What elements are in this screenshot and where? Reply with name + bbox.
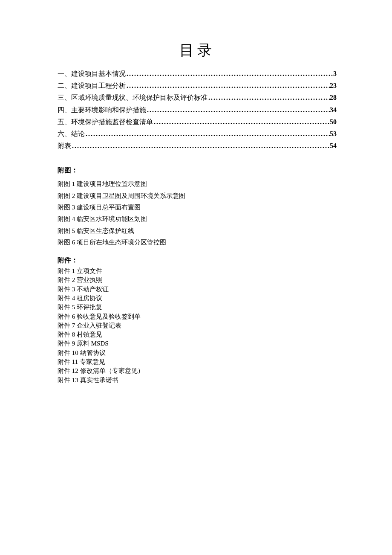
figures-list: 附图 1 建设项目地理位置示意图 附图 2 建设项目卫星图及周围环境关系示意图 … — [58, 178, 337, 248]
page-title: 目录 — [58, 41, 337, 60]
list-item: 附件 7 企业入驻登记表 — [58, 321, 337, 330]
toc-page: 28 — [330, 92, 337, 103]
toc-item: 二、建设项目工程分析 23 — [58, 80, 337, 91]
toc-item: 五、环境保护措施监督检查清单 50 — [58, 116, 337, 128]
toc-item: 一、建设项目基本情况 3 — [58, 68, 337, 79]
attachments-list: 附件 1 立项文件 附件 2 营业执照 附件 3 不动产权证 附件 4 租房协议… — [58, 267, 337, 385]
toc-item: 三、区域环境质量现状、环境保护目标及评价标准 28 — [58, 92, 337, 103]
list-item: 附图 3 建设项目总平面布置图 — [58, 202, 337, 213]
toc-dots — [85, 128, 330, 139]
figures-heading: 附图： — [58, 166, 337, 175]
toc-list: 一、建设项目基本情况 3 二、建设项目工程分析 23 三、区域环境质量现状、环境… — [58, 68, 337, 151]
toc-page: 50 — [330, 116, 337, 128]
toc-page: 3 — [333, 68, 337, 79]
list-item: 附图 2 建设项目卫星图及周围环境关系示意图 — [58, 190, 337, 202]
toc-label: 四、主要环境影响和保护措施 — [58, 104, 146, 116]
toc-label: 一、建设项目基本情况 — [58, 68, 126, 79]
toc-page: 53 — [330, 128, 337, 139]
list-item: 附件 10 纳管协议 — [58, 349, 337, 357]
list-item: 附件 2 营业执照 — [58, 276, 337, 285]
list-item: 附件 3 不动产权证 — [58, 285, 337, 294]
toc-dots — [126, 80, 330, 91]
list-item: 附件 5 环评批复 — [58, 303, 337, 312]
list-item: 附图 1 建设项目地理位置示意图 — [58, 178, 337, 190]
list-item: 附图 5 临安区生态保护红线 — [58, 225, 337, 237]
toc-page: 34 — [330, 104, 337, 116]
toc-item: 附表 54 — [58, 140, 337, 151]
toc-dots — [71, 140, 330, 151]
list-item: 附图 4 临安区水环境功能区划图 — [58, 213, 337, 225]
toc-page: 23 — [330, 80, 337, 91]
toc-page: 54 — [330, 140, 337, 151]
list-item: 附件 4 租房协议 — [58, 294, 337, 303]
toc-label: 六、结论 — [58, 128, 85, 139]
toc-label: 附表 — [58, 140, 71, 151]
list-item: 附件 9 原料 MSDS — [58, 339, 337, 348]
list-item: 附件 13 真实性承诺书 — [58, 376, 337, 385]
list-item: 附件 8 村镇意见 — [58, 330, 337, 339]
toc-label: 三、区域环境质量现状、环境保护目标及评价标准 — [58, 92, 208, 103]
list-item: 附件 6 验收意见及验收签到单 — [58, 312, 337, 321]
toc-dots — [153, 116, 330, 128]
list-item: 附件 12 修改清单（专家意见） — [58, 366, 337, 375]
toc-label: 二、建设项目工程分析 — [58, 80, 126, 91]
toc-item: 六、结论 53 — [58, 128, 337, 139]
list-item: 附件 11 专家意见 — [58, 357, 337, 366]
toc-dots — [208, 92, 330, 103]
toc-dots — [126, 68, 333, 79]
list-item: 附件 1 立项文件 — [58, 267, 337, 276]
list-item: 附图 6 项目所在地生态环境分区管控图 — [58, 237, 337, 248]
toc-label: 五、环境保护措施监督检查清单 — [58, 116, 153, 128]
toc-dots — [146, 104, 330, 116]
attachments-heading: 附件： — [58, 256, 337, 265]
toc-item: 四、主要环境影响和保护措施 34 — [58, 104, 337, 116]
